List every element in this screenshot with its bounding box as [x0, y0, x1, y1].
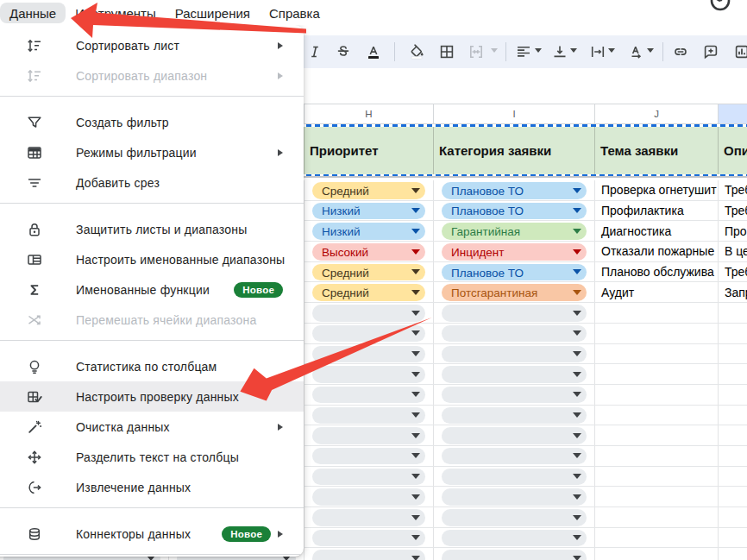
cell[interactable]: [434, 385, 595, 405]
text-color-button[interactable]: [361, 39, 386, 65]
cell[interactable]: [595, 344, 719, 364]
menu-item-sort-range[interactable]: Сортировать диапазон: [0, 60, 304, 91]
dropdown-caret-icon[interactable]: [535, 48, 542, 53]
cell[interactable]: [304, 385, 434, 405]
cell[interactable]: [595, 385, 719, 405]
cell[interactable]: [719, 487, 747, 507]
dropdown-chip[interactable]: Средний: [312, 182, 425, 199]
dropdown-chip[interactable]: [442, 346, 587, 363]
dropdown-chip[interactable]: Инцидент: [442, 243, 587, 261]
cell[interactable]: Про: [719, 221, 747, 241]
cell[interactable]: [304, 425, 434, 445]
dropdown-caret-icon[interactable]: [647, 48, 654, 53]
insert-chart-button[interactable]: [729, 39, 747, 65]
dropdown-chip[interactable]: Низкий: [312, 223, 425, 240]
cell[interactable]: В це: [719, 242, 747, 261]
dropdown-chip[interactable]: Гарантийная: [442, 223, 587, 240]
cell[interactable]: [595, 467, 719, 487]
cell[interactable]: [434, 487, 595, 507]
cell[interactable]: [434, 344, 595, 364]
dropdown-chip[interactable]: [312, 407, 425, 425]
cell[interactable]: [595, 406, 719, 425]
dropdown-caret-icon[interactable]: [608, 48, 615, 53]
cell[interactable]: [304, 507, 434, 527]
cell[interactable]: Проверка огнетушит: [595, 180, 719, 200]
dropdown-chip[interactable]: [442, 530, 587, 547]
dropdown-chip[interactable]: Плановое ТО: [442, 203, 587, 220]
merge-cells-button[interactable]: [463, 39, 489, 65]
dropdown-chip[interactable]: [442, 448, 587, 465]
cell[interactable]: [719, 406, 747, 425]
dropdown-chip[interactable]: Средний: [312, 284, 425, 301]
cell[interactable]: [719, 324, 747, 343]
table-header-cell[interactable]: Категория заявки: [434, 127, 595, 174]
menu-item-filter-views[interactable]: Режимы фильтрации: [0, 137, 304, 167]
cell[interactable]: [434, 364, 595, 384]
menubar-item-help[interactable]: Справка: [260, 3, 330, 23]
column-header[interactable]: J: [595, 104, 719, 123]
cell[interactable]: [304, 344, 434, 364]
dropdown-caret-icon[interactable]: [570, 48, 577, 53]
cell[interactable]: [434, 406, 595, 425]
cell[interactable]: [434, 446, 595, 466]
cell[interactable]: Планово обслужива: [595, 262, 719, 282]
cell[interactable]: [719, 467, 747, 487]
cell[interactable]: [304, 406, 434, 425]
menu-item-data-cleanup[interactable]: Очистка данных: [0, 412, 304, 442]
menu-item-create-filter[interactable]: Создать фильтр: [0, 107, 304, 137]
dropdown-chip[interactable]: [442, 469, 587, 486]
dropdown-chip[interactable]: [442, 407, 587, 425]
dropdown-chip[interactable]: [442, 550, 587, 560]
menu-item-data-extraction[interactable]: Извлечение данных: [0, 472, 304, 502]
cell[interactable]: Низкий: [304, 201, 434, 221]
cell[interactable]: Запр: [719, 282, 747, 302]
text-wrap-button[interactable]: [585, 39, 611, 65]
menu-item-add-slicer[interactable]: Добавить срез: [0, 167, 304, 198]
dropdown-chip[interactable]: [312, 387, 425, 404]
dropdown-chip[interactable]: [442, 488, 587, 506]
cell[interactable]: [719, 528, 747, 548]
cell[interactable]: [719, 344, 747, 364]
insert-comment-button[interactable]: [698, 39, 724, 65]
cell[interactable]: [595, 528, 719, 548]
cell[interactable]: Плановое ТО: [434, 262, 595, 282]
menu-item-named-functions[interactable]: Именованные функцииНовое: [0, 274, 304, 305]
menu-item-split-text[interactable]: Разделить текст на столбцы: [0, 442, 304, 472]
dropdown-chip[interactable]: Средний: [312, 264, 425, 281]
cell[interactable]: [719, 548, 747, 560]
column-header[interactable]: I: [434, 104, 595, 123]
cell[interactable]: [304, 364, 434, 384]
cell[interactable]: [304, 446, 434, 466]
cell[interactable]: [595, 548, 719, 560]
cell[interactable]: [595, 364, 719, 384]
menu-item-named-ranges[interactable]: Настроить именованные диапазоны: [0, 244, 304, 274]
cell[interactable]: Инцидент: [434, 242, 595, 261]
dropdown-chip[interactable]: Потсгарантиная: [442, 284, 587, 301]
dropdown-chip[interactable]: Высокий: [312, 243, 425, 261]
cell[interactable]: [304, 487, 434, 507]
vertical-align-button[interactable]: [547, 39, 573, 65]
cell[interactable]: Треб: [719, 201, 747, 221]
dropdown-chip[interactable]: Низкий: [312, 203, 425, 220]
cell[interactable]: [304, 324, 434, 343]
dropdown-chip[interactable]: [312, 550, 425, 560]
cell[interactable]: Отказали пожарные: [595, 242, 719, 261]
history-clock-icon[interactable]: [707, 0, 733, 14]
cell[interactable]: Гарантийная: [434, 221, 595, 241]
cell[interactable]: [434, 528, 595, 548]
menubar-item-extensions[interactable]: Расширения: [166, 3, 260, 23]
menu-item-column-stats[interactable]: Статистика по столбцам: [0, 351, 304, 381]
dropdown-chip[interactable]: [442, 325, 587, 343]
dropdown-chip[interactable]: [312, 530, 425, 547]
column-header[interactable]: H: [304, 104, 434, 123]
menu-item-randomize-range[interactable]: Перемешать ячейки диапазона: [0, 305, 304, 335]
cell[interactable]: [434, 324, 595, 343]
dropdown-chip[interactable]: Плановое ТО: [442, 182, 587, 199]
cell[interactable]: [719, 364, 747, 384]
cell[interactable]: [595, 507, 719, 527]
cell[interactable]: Средний: [304, 262, 434, 282]
dropdown-chip[interactable]: [442, 366, 587, 383]
dropdown-chip[interactable]: [312, 366, 425, 383]
dropdown-chip[interactable]: [312, 488, 425, 506]
cell[interactable]: Диагностика: [595, 221, 719, 241]
